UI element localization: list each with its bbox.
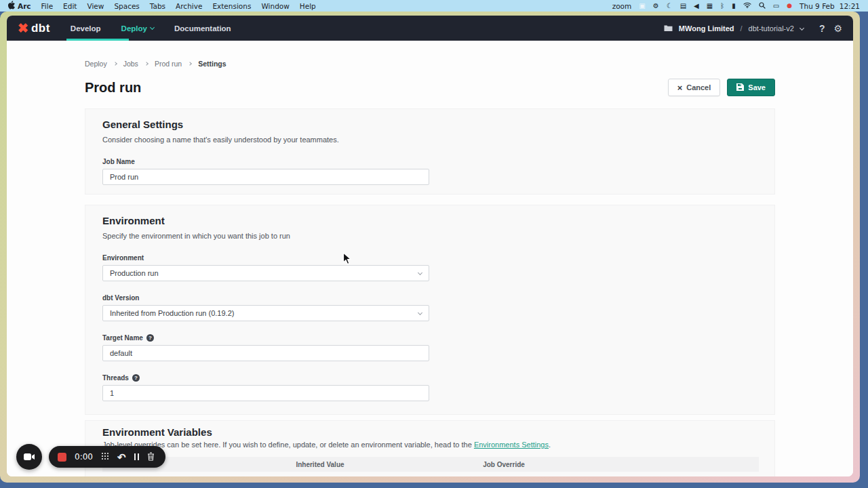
stop-recording-button[interactable] <box>58 453 66 462</box>
help-icon[interactable]: ? <box>819 23 825 34</box>
browser-window: ✖ dbt Develop Deploy Documentation MWong… <box>0 12 860 483</box>
app-icon[interactable]: ▤ <box>680 3 686 9</box>
target-name-help-icon[interactable]: ? <box>146 334 154 342</box>
grid-tool-icon[interactable] <box>101 452 109 462</box>
folder-icon <box>664 22 673 35</box>
volume-icon[interactable]: ◀ <box>694 3 699 9</box>
bluetooth-icon[interactable]: ᛒ <box>720 3 724 9</box>
chevron-right-icon <box>113 62 117 66</box>
main-content: Deploy Jobs Prod run Settings Prod run ×… <box>7 41 853 476</box>
environment-title: Environment <box>102 215 757 226</box>
menubar-zoom-app[interactable]: zoom <box>612 2 632 10</box>
environment-select-value: Production run <box>110 269 159 277</box>
chevron-down-icon <box>418 310 422 314</box>
gear-icon[interactable]: ⚙ <box>653 3 659 9</box>
save-button[interactable]: Save <box>727 79 775 96</box>
environments-settings-link[interactable]: Environments Settings <box>474 441 549 449</box>
trash-icon[interactable] <box>147 452 155 462</box>
threads-label: Threads <box>102 374 129 382</box>
job-name-input[interactable] <box>102 169 429 185</box>
account-separator: / <box>741 24 743 33</box>
menubar-date: Thu 9 Feb <box>800 2 835 10</box>
account-name[interactable]: MWong Limited <box>679 24 734 33</box>
general-settings-description: Consider choosing a name that's easily u… <box>102 136 757 144</box>
undo-icon[interactable]: ↶ <box>117 452 126 462</box>
env-vars-description-end: . <box>549 441 551 449</box>
menubar-item-archive[interactable]: Archive <box>176 2 202 10</box>
chevron-right-icon <box>144 62 149 66</box>
breadcrumb-jobs[interactable]: Jobs <box>123 60 138 68</box>
general-settings-title: General Settings <box>102 119 757 130</box>
breadcrumb-prod-run[interactable]: Prod run <box>155 60 182 68</box>
menubar-item-file[interactable]: File <box>41 2 54 10</box>
chevron-down-icon <box>418 270 422 274</box>
threads-help-icon[interactable]: ? <box>132 374 140 382</box>
menubar-item-help[interactable]: Help <box>300 2 316 10</box>
cancel-button[interactable]: × Cancel <box>668 79 721 96</box>
menubar-item-extensions[interactable]: Extensions <box>212 2 251 10</box>
menubar-item-view[interactable]: View <box>87 2 104 10</box>
column-inherited-value: Inherited Value <box>218 461 422 468</box>
battery-icon[interactable]: ▮ <box>732 3 736 9</box>
dbt-version-label: dbt Version <box>102 294 757 302</box>
recording-timer: 0:00 <box>75 452 93 462</box>
section-general-settings: General Settings Consider choosing a nam… <box>85 108 775 195</box>
mouse-cursor <box>342 252 352 268</box>
column-job-override: Job Override <box>422 461 585 468</box>
settings-gear-icon[interactable]: ⚙ <box>833 23 842 34</box>
breadcrumb-settings: Settings <box>198 60 226 68</box>
apple-icon[interactable] <box>8 1 16 11</box>
menubar-app-name[interactable]: Arc <box>18 2 31 10</box>
save-icon <box>736 83 744 92</box>
environment-select[interactable]: Production run <box>102 265 429 281</box>
menubar-time: 12:21 <box>840 2 860 10</box>
chevron-down-icon[interactable] <box>800 26 804 30</box>
dbt-navbar: ✖ dbt Develop Deploy Documentation MWong… <box>7 16 853 41</box>
moon-icon[interactable]: ☾ <box>667 3 673 9</box>
dbt-logo[interactable]: ✖ dbt <box>18 22 50 35</box>
section-environment-variables: Environment Variables Job-level override… <box>85 420 775 476</box>
save-button-label: Save <box>748 83 766 92</box>
menubar-item-window[interactable]: Window <box>261 2 289 10</box>
recording-toolbar: 0:00 ↶ <box>49 446 165 468</box>
environment-variables-title: Environment Variables <box>102 426 757 438</box>
recording-indicator-icon[interactable]: ● <box>787 3 792 9</box>
breadcrumb-deploy[interactable]: Deploy <box>85 60 107 68</box>
screen-share-icon[interactable]: ▣ <box>639 3 645 9</box>
nav-documentation[interactable]: Documentation <box>174 16 231 41</box>
menubar-item-edit[interactable]: Edit <box>63 2 77 10</box>
pause-icon[interactable] <box>134 453 140 460</box>
cancel-button-label: Cancel <box>686 83 711 92</box>
search-icon[interactable] <box>759 2 766 10</box>
wifi-icon[interactable] <box>743 2 751 9</box>
environment-label: Environment <box>102 254 757 262</box>
breadcrumb: Deploy Jobs Prod run Settings <box>85 60 775 68</box>
display-icon[interactable]: ▭ <box>773 3 779 9</box>
dbt-version-select-value: Inherited from Production run (0.19.2) <box>110 309 234 317</box>
calendar-icon[interactable]: ▦ <box>707 3 713 9</box>
dbt-logo-text: dbt <box>31 22 50 35</box>
menubar-item-spaces[interactable]: Spaces <box>114 2 139 10</box>
close-icon: × <box>677 83 683 92</box>
menubar-item-tabs[interactable]: Tabs <box>150 2 165 10</box>
target-name-label: Target Name <box>102 334 143 342</box>
menubar-clock: Thu 9 Feb 12:21 <box>800 2 860 10</box>
nav-deploy-label: Deploy <box>121 24 147 33</box>
camera-toggle-button[interactable] <box>16 444 42 470</box>
chevron-right-icon <box>188 62 192 66</box>
section-environment: Environment Specify the environment in w… <box>85 205 775 415</box>
project-name[interactable]: dbt-tutorial-v2 <box>749 24 794 33</box>
dbt-logo-icon: ✖ <box>18 22 28 35</box>
nav-develop[interactable]: Develop <box>71 16 101 41</box>
page-title: Prod run <box>85 80 141 96</box>
dbt-version-select[interactable]: Inherited from Production run (0.19.2) <box>102 305 429 321</box>
target-name-input[interactable] <box>102 345 429 361</box>
threads-input[interactable] <box>102 385 429 401</box>
macos-menubar: Arc File Edit View Spaces Tabs Archive E… <box>0 0 868 12</box>
video-camera-icon <box>24 453 35 461</box>
environment-description: Specify the environment in which you wan… <box>102 232 757 240</box>
job-name-label: Job Name <box>102 158 757 165</box>
chevron-down-icon <box>150 25 155 30</box>
env-vars-table-header: Inherited Value Job Override <box>102 457 759 472</box>
nav-deploy[interactable]: Deploy <box>121 16 154 41</box>
